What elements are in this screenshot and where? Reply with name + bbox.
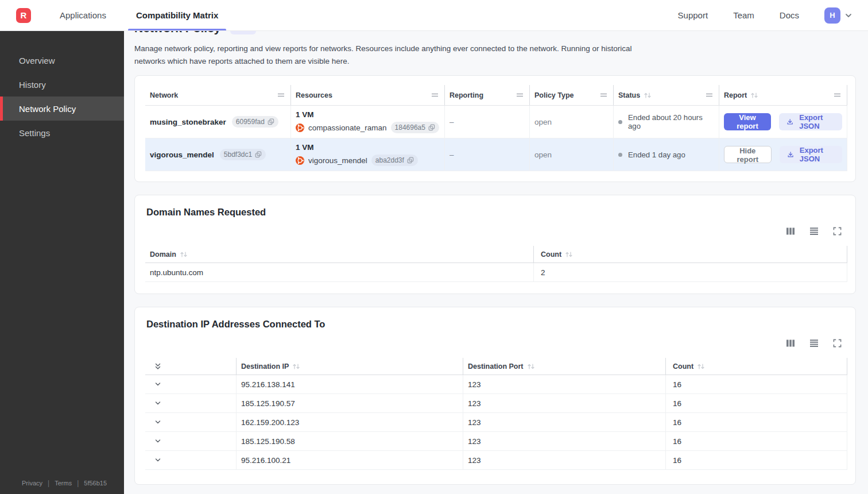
row-expander[interactable] [145, 432, 237, 450]
network-name: vigorous_mendel [150, 150, 214, 159]
ubuntu-icon [296, 124, 304, 132]
terms-link[interactable]: Terms [55, 480, 72, 487]
rows-density-icon[interactable] [808, 226, 820, 237]
divider: | [77, 479, 79, 487]
domains-table-header: Domain Count [145, 246, 847, 263]
sort-icon [644, 92, 652, 99]
network-id-badge: 60959fad [232, 116, 278, 128]
expand-all-header[interactable] [145, 358, 237, 375]
resource-name: vigorous_mendel [308, 156, 367, 165]
network-table-row: vigorous_mendel 5bdf3dc1 1 VM vigorous_m… [145, 138, 847, 171]
column-label: Reporting [450, 91, 483, 99]
copy-icon[interactable] [255, 151, 262, 158]
app-logo[interactable]: R [16, 8, 31, 23]
copy-icon[interactable] [268, 118, 274, 125]
destination-ips-card: Destination IP Addresses Connected To De… [134, 307, 856, 485]
column-label: Report [724, 91, 747, 99]
fullscreen-icon[interactable] [832, 226, 843, 237]
resource-id-badge: 184696a5 [391, 122, 439, 133]
destination-ip-cell: 185.125.190.57 [237, 394, 463, 412]
vm-count: 1 VM [296, 143, 314, 152]
resources-cell: 1 VM compassionate_raman 184696a5 [291, 106, 445, 138]
destination-row: 162.159.200.123 123 16 [145, 413, 847, 432]
main-content: Network Policy Beta Manage network polic… [124, 0, 868, 485]
sidebar: Overview History Network Policy Settings… [0, 31, 124, 494]
export-json-button[interactable]: Export JSON [780, 146, 842, 163]
column-header-destination-port[interactable]: Destination Port [463, 358, 666, 375]
resource-id-badge: aba2dd3f [371, 155, 418, 166]
column-menu-icon[interactable] [277, 92, 285, 98]
column-label: Status [618, 91, 640, 99]
copy-icon[interactable] [428, 124, 435, 131]
export-json-button[interactable]: Export JSON [779, 113, 842, 130]
column-label: Count [673, 362, 693, 370]
column-header-report[interactable]: Report [719, 85, 847, 105]
top-tab[interactable]: Compatibility Matrix [128, 0, 226, 30]
network-id-badge: 5bdf3dc1 [220, 149, 266, 160]
sidebar-items: Overview History Network Policy Settings [0, 48, 124, 145]
network-table-row: musing_stonebraker 60959fad 1 VM compass… [145, 106, 847, 138]
sort-icon [527, 363, 535, 370]
domain-row: ntp.ubuntu.com 2 [145, 263, 847, 282]
policy-type-cell: open [530, 106, 614, 138]
column-menu-icon[interactable] [431, 92, 439, 98]
column-menu-icon[interactable] [600, 92, 607, 98]
networks-table-card: Network Resources Reporting Policy Type … [134, 75, 856, 182]
destination-card-title: Destination IP Addresses Connected To [145, 319, 847, 330]
sidebar-item[interactable]: Overview [0, 48, 124, 72]
report-toggle-button[interactable]: View report [724, 113, 771, 130]
fullscreen-icon[interactable] [832, 338, 843, 349]
destination-port-cell: 123 [463, 413, 666, 431]
sort-icon [697, 363, 705, 370]
destinations-table: Destination IP Destination Port Count [145, 358, 847, 470]
user-menu-chevron-down-icon[interactable] [844, 11, 853, 20]
copy-icon[interactable] [407, 157, 414, 164]
status-text: Ended 1 day ago [628, 150, 685, 159]
destination-ip-cell: 185.125.190.58 [237, 432, 463, 450]
column-menu-icon[interactable] [516, 92, 524, 98]
row-expander[interactable] [145, 413, 237, 431]
user-avatar[interactable]: H [824, 7, 840, 24]
report-toggle-button[interactable]: Hide report [724, 146, 772, 163]
support-link[interactable]: Support [678, 10, 708, 20]
chevron-down-icon [154, 456, 162, 464]
top-navigation-bar: R Applications Compatibility Matrix Supp… [0, 0, 868, 31]
column-header-count[interactable]: Count [666, 358, 847, 375]
double-chevron-down-icon [154, 362, 162, 370]
domains-table-body: ntp.ubuntu.com 2 [145, 263, 847, 282]
destinations-table-header: Destination IP Destination Port Count [145, 358, 847, 375]
report-cell: Hide report Export JSON [719, 138, 847, 171]
columns-icon[interactable] [785, 338, 796, 349]
destination-port-cell: 123 [463, 451, 666, 469]
sidebar-item[interactable]: Network Policy [0, 97, 124, 121]
column-header-domain[interactable]: Domain [145, 246, 534, 263]
build-version: 5f56b15 [84, 480, 107, 487]
columns-icon[interactable] [785, 226, 796, 237]
resource-id: 184696a5 [395, 124, 425, 132]
chevron-down-icon [154, 399, 162, 407]
resources-cell: 1 VM vigorous_mendel aba2dd3f [291, 138, 445, 171]
row-expander[interactable] [145, 451, 237, 469]
sort-icon [565, 251, 573, 258]
active-tab-indicator [128, 29, 226, 30]
column-header-network: Network [145, 85, 291, 105]
column-header-resources: Resources [291, 85, 445, 105]
row-expander[interactable] [145, 375, 237, 393]
network-id: 60959fad [236, 118, 265, 126]
column-menu-icon[interactable] [834, 92, 841, 98]
column-header-destination-ip[interactable]: Destination IP [237, 358, 463, 375]
domain-card-toolbar [145, 226, 843, 237]
team-link[interactable]: Team [733, 10, 754, 20]
rows-density-icon[interactable] [808, 338, 820, 349]
docs-link[interactable]: Docs [780, 10, 799, 20]
destination-row: 95.216.138.141 123 16 [145, 375, 847, 394]
column-menu-icon[interactable] [706, 92, 713, 98]
sidebar-item[interactable]: Settings [0, 121, 124, 145]
row-expander[interactable] [145, 394, 237, 412]
column-header-count[interactable]: Count [534, 246, 847, 263]
top-tab[interactable]: Applications [52, 0, 114, 30]
privacy-link[interactable]: Privacy [22, 480, 42, 487]
column-label: Domain [150, 250, 176, 258]
column-header-status[interactable]: Status [614, 85, 719, 105]
sidebar-item[interactable]: History [0, 72, 124, 97]
